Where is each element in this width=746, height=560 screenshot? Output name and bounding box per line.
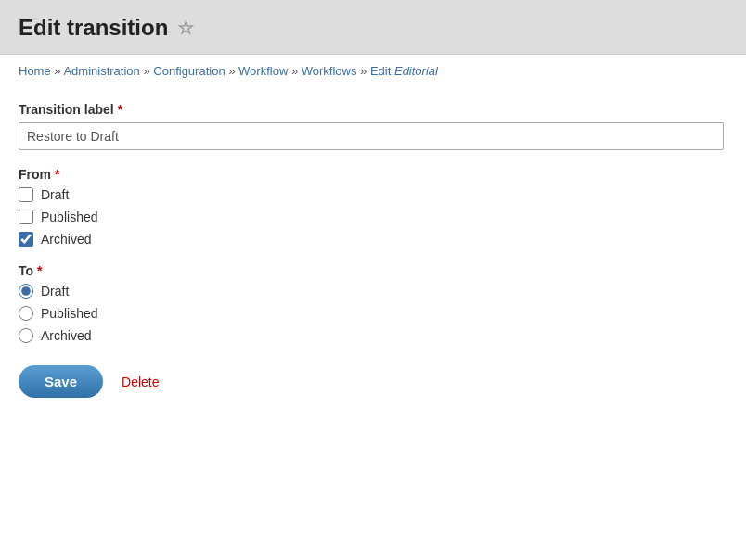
breadcrumb: Home » Administration » Configuration » … (0, 55, 746, 87)
from-draft-label: Draft (41, 187, 69, 202)
to-archived-item[interactable]: Archived (19, 328, 727, 343)
bookmark-star-icon[interactable]: ☆ (177, 17, 194, 39)
from-draft-checkbox[interactable] (19, 187, 33, 202)
page-header: Edit transition ☆ (0, 0, 746, 55)
to-published-radio[interactable] (19, 306, 33, 321)
to-archived-label: Archived (41, 328, 91, 343)
transition-label-label: Transition label* (19, 102, 727, 117)
to-draft-radio[interactable] (19, 284, 33, 299)
to-draft-label: Draft (41, 284, 69, 299)
to-published-label: Published (41, 306, 98, 321)
from-field-group: From* Draft Published Archived (19, 167, 727, 247)
button-area: Save Delete (19, 365, 727, 398)
to-field-group: To* Draft Published Archived (19, 263, 727, 343)
from-checkbox-group: Draft Published Archived (19, 187, 727, 247)
from-draft-item[interactable]: Draft (19, 187, 727, 202)
breadcrumb-workflow[interactable]: Workflow (238, 64, 288, 78)
save-button[interactable]: Save (19, 365, 103, 398)
breadcrumb-edit[interactable]: Edit Editorial (370, 64, 438, 78)
to-draft-item[interactable]: Draft (19, 284, 727, 299)
breadcrumb-administration[interactable]: Administration (63, 64, 139, 78)
from-label: From* (19, 167, 727, 182)
delete-button[interactable]: Delete (122, 375, 159, 389)
from-published-item[interactable]: Published (19, 210, 727, 224)
breadcrumb-configuration[interactable]: Configuration (153, 64, 225, 78)
breadcrumb-workflows[interactable]: Workflows (302, 64, 357, 78)
main-content: Transition label* From* Draft Published … (0, 87, 746, 413)
to-label: To* (19, 263, 727, 278)
from-archived-item[interactable]: Archived (19, 232, 727, 247)
page-title: Edit transition (19, 15, 168, 41)
from-archived-label: Archived (41, 232, 91, 247)
transition-label-input[interactable] (19, 122, 724, 150)
to-radio-group: Draft Published Archived (19, 284, 727, 343)
from-archived-checkbox[interactable] (19, 232, 33, 247)
from-published-label: Published (41, 210, 98, 224)
from-published-checkbox[interactable] (19, 210, 33, 224)
transition-label-group: Transition label* (19, 102, 727, 150)
breadcrumb-home[interactable]: Home (19, 64, 51, 78)
to-archived-radio[interactable] (19, 328, 33, 343)
to-published-item[interactable]: Published (19, 306, 727, 321)
